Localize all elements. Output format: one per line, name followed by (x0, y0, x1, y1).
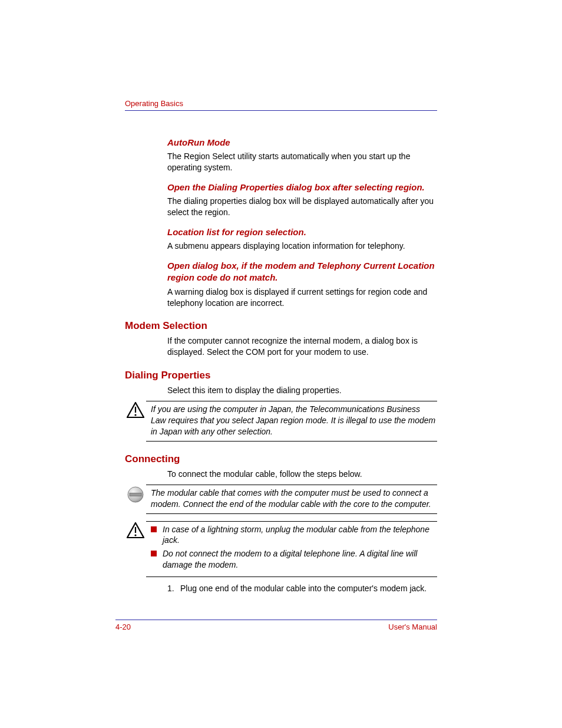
body-connecting: To connect the modular cable, follow the… (167, 469, 437, 480)
svg-rect-4 (130, 493, 141, 496)
step-number: 1. (167, 583, 180, 594)
body-open-dialing: The dialing properties dialog box will b… (167, 196, 437, 218)
note-text-cable: The modular cable that comes with the co… (151, 488, 431, 509)
heading-modem-selection: Modem Selection (125, 320, 437, 332)
warning-text-2: Do not connect the modem to a digital te… (163, 548, 437, 571)
page-content: AutoRun Mode The Region Select utility s… (125, 111, 437, 594)
caution-callout-warnings: In case of a lightning storm, unplug the… (125, 521, 437, 578)
caution-icon (125, 401, 146, 419)
heading-open-dialing: Open the Dialing Properties dialog box a… (167, 182, 437, 193)
body-dialing-properties: Select this item to display the dialing … (167, 385, 437, 396)
svg-point-7 (134, 534, 136, 536)
page-number: 4-20 (115, 622, 131, 631)
page-footer: 4-20 User's Manual (115, 620, 437, 631)
heading-autorun-mode: AutoRun Mode (167, 137, 437, 149)
body-location-list: A submenu appears displaying location in… (167, 241, 437, 252)
body-modem-selection: If the computer cannot recognize the int… (167, 335, 437, 358)
body-open-dialog-mismatch: A warning dialog box is displayed if cur… (167, 286, 437, 309)
footer-rule (115, 620, 437, 620)
svg-point-2 (134, 414, 136, 416)
note-icon (125, 485, 146, 503)
note-callout-cable: The modular cable that comes with the co… (125, 485, 437, 514)
heading-connecting: Connecting (125, 453, 437, 465)
warning-bullet-item: Do not connect the modem to a digital te… (151, 548, 437, 571)
running-header: Operating Basics (125, 99, 437, 108)
caution-text-japan: If you are using the computer in Japan, … (151, 404, 435, 436)
heading-open-dialog-mismatch: Open dialog box, if the modem and Teleph… (167, 260, 437, 284)
doc-title: User's Manual (388, 622, 437, 631)
document-page: Operating Basics AutoRun Mode The Region… (0, 0, 562, 728)
bullet-square-icon (151, 551, 157, 556)
body-autorun-mode: The Region Select utility starts automat… (167, 151, 437, 173)
heading-location-list: Location list for region selection. (167, 226, 437, 238)
warning-text-1: In case of a lightning storm, unplug the… (163, 524, 437, 546)
heading-dialing-properties: Dialing Properties (125, 370, 437, 381)
step-text-1: Plug one end of the modular cable into t… (180, 583, 427, 594)
caution-callout-japan: If you are using the computer in Japan, … (125, 401, 437, 442)
step-1: 1. Plug one end of the modular cable int… (167, 583, 437, 594)
bullet-square-icon (151, 526, 157, 532)
warning-bullet-item: In case of a lightning storm, unplug the… (151, 524, 437, 546)
caution-icon (125, 521, 146, 539)
